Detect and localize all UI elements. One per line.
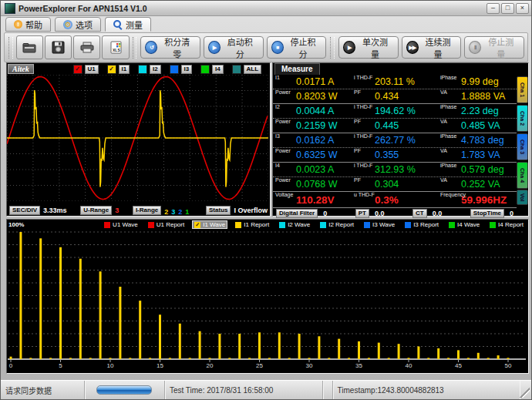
harmonics-chart: 05101520253035404550 — [7, 230, 527, 371]
toolbar-button-label: 连续测量 — [423, 35, 454, 60]
legend-i4-wave[interactable]: I4 Wave — [447, 221, 481, 228]
svg-text:25: 25 — [256, 362, 263, 369]
print-button[interactable] — [73, 35, 100, 59]
pf-label-cell: PF0.445 — [352, 119, 438, 133]
irange-value: 2 — [178, 208, 182, 216]
va-label-cell: VA0.252 VA — [438, 177, 517, 191]
measure-panel: Measure I10.0171 Ai THD-F203.11 %iPhase9… — [272, 62, 529, 217]
field-value: 0 — [510, 210, 513, 217]
integral-button-group: ↺积分清零▶启动积分■停止积分 — [139, 36, 328, 59]
legend-swatch: ✓ — [194, 222, 200, 228]
voltage-tab-label: Vol — [520, 193, 525, 201]
svg-text:30: 30 — [306, 362, 313, 369]
legend-swatch — [490, 222, 496, 228]
voltage-tab[interactable]: Vol — [517, 190, 528, 205]
options-gear-icon: ⚙ — [63, 20, 72, 29]
current-value: 0.0162 A — [273, 133, 352, 147]
channel-tab-2[interactable]: Cha 2 — [517, 105, 528, 132]
status-value: I Overflow — [234, 207, 268, 214]
floppy-icon — [52, 41, 65, 54]
status-message: 请求同步数据 — [1, 381, 85, 399]
scope-channel-i1[interactable]: ✓I1 — [107, 65, 130, 74]
restore-button[interactable]: □ — [501, 3, 514, 14]
single-measure-button[interactable]: ▶单次测量 — [338, 36, 399, 59]
irange-label: I-Range — [133, 206, 161, 215]
channel-label: U1 — [85, 65, 99, 74]
minimize-button[interactable]: – — [487, 3, 500, 14]
legend-u1-wave[interactable]: U1 Wave — [103, 221, 140, 228]
progress-cell — [85, 381, 165, 399]
current-label: I3 — [275, 133, 280, 139]
power-label-cell: Power0.8203 W — [273, 89, 352, 103]
pf-label-cell: PF0.304 — [352, 177, 438, 191]
legend-i3-report[interactable]: I3 Report — [403, 221, 440, 228]
ct-field: CT0.0 — [412, 209, 442, 218]
field-label: StopTime — [470, 209, 504, 218]
legend-label: I4 Wave — [457, 221, 480, 228]
save-file-button[interactable] — [45, 35, 72, 59]
legend-i4-report[interactable]: I4 Report — [488, 221, 525, 228]
resize-grip[interactable] — [520, 387, 530, 398]
va-value: 0.485 VA — [438, 119, 517, 133]
irange-value: 2 — [164, 208, 168, 216]
reset-icon: ↺ — [145, 41, 157, 54]
channel-label: I3 — [181, 65, 193, 74]
export-xls-button[interactable]: XLS — [102, 35, 129, 59]
channel-tab-1[interactable]: Cha 1 — [517, 76, 528, 103]
scope-channel-i4[interactable]: I4 — [200, 65, 224, 74]
digital-filter-field: Digital Filter0 — [276, 209, 327, 218]
legend-i1-wave[interactable]: ✓I1 Wave — [193, 221, 227, 228]
field-label: PT — [355, 209, 369, 218]
close-button[interactable]: × — [516, 3, 529, 14]
waveform-footer: SEC/DIV 3.33ms U-Range 3 I-Range 2321 St… — [7, 204, 270, 217]
channel-label: ALL — [244, 65, 262, 74]
title-bar[interactable]: PowerExplorer For APN1514 V1.0 – □ × — [1, 1, 531, 16]
va-label: VA — [440, 119, 447, 124]
tab-options[interactable]: ⚙选项 — [55, 17, 101, 32]
power-label: Power — [275, 119, 291, 124]
channel-tab-3[interactable]: Cha 3 — [517, 133, 528, 160]
channel-tab-label: Cha 1 — [520, 82, 525, 97]
iphase-label: iPhase — [440, 133, 456, 139]
legend-swatch — [235, 222, 241, 228]
scope-channel-i2[interactable]: I2 — [138, 65, 161, 74]
scope-channel-i3[interactable]: I3 — [170, 65, 193, 74]
open-file-button[interactable] — [16, 35, 43, 59]
legend-swatch — [320, 222, 326, 228]
voltage-row: Voltage 110.28V u THD-F 0.3% Frequency 5… — [273, 191, 517, 207]
legend-i2-report[interactable]: I2 Report — [318, 221, 355, 228]
svg-text:15: 15 — [157, 362, 163, 369]
menu-tabs: !帮助⚙选项测量 — [5, 17, 151, 32]
va-value: 1.783 VA — [438, 148, 517, 162]
current-value: 0.0044 A — [273, 104, 352, 118]
channel-tab-4[interactable]: Cha 4 — [517, 162, 528, 189]
power-label-cell: Power0.0768 W — [273, 177, 352, 191]
integral-clear-button[interactable]: ↺积分清零 — [140, 36, 200, 59]
measure-footer: Digital Filter0PT0.0CT0.0StopTime0 — [273, 207, 517, 218]
legend-u1-report[interactable]: U1 Report — [146, 221, 186, 228]
svg-text:5: 5 — [59, 362, 62, 369]
test-time: Test Time: 2017/8/31 16:58:00 — [165, 381, 323, 399]
legend-i1-report[interactable]: I1 Report — [234, 221, 271, 228]
measure-channel-4: I40.0023 Ai THD-F312.93 %iPhase0.579 deg… — [273, 162, 517, 191]
channel-color-swatch — [200, 65, 210, 74]
tab-measure[interactable]: 测量 — [105, 17, 151, 32]
legend-i2-wave[interactable]: I2 Wave — [278, 221, 311, 228]
integral-stop-button[interactable]: ■停止积分 — [267, 36, 327, 59]
legend-label: I1 Report — [244, 221, 269, 228]
continuous-measure-button[interactable]: ▶▶连续测量 — [402, 36, 462, 59]
toolbar-button-label: 启动积分 — [224, 35, 256, 60]
tab-help[interactable]: !帮助 — [5, 17, 51, 32]
stop-measure-button[interactable]: Ⅱ停止测量 — [464, 36, 524, 59]
measure-tab[interactable]: Measure — [274, 63, 320, 75]
scope-channel-all[interactable]: ALL — [232, 65, 262, 74]
toolbar-button-label: 停止积分 — [288, 35, 319, 60]
irange-value: 1 — [185, 208, 189, 216]
measure-body: I10.0171 Ai THD-F203.11 %iPhase9.99 degP… — [273, 75, 517, 216]
window-controls: – □ × — [487, 3, 529, 14]
scope-channel-u1[interactable]: ✓U1 — [73, 65, 99, 74]
legend-i3-wave[interactable]: I3 Wave — [362, 221, 396, 228]
pf-value: 0.355 — [352, 148, 438, 162]
integral-start-button[interactable]: ▶启动积分 — [204, 36, 264, 59]
i-thd-label: i THD-F — [354, 133, 372, 139]
